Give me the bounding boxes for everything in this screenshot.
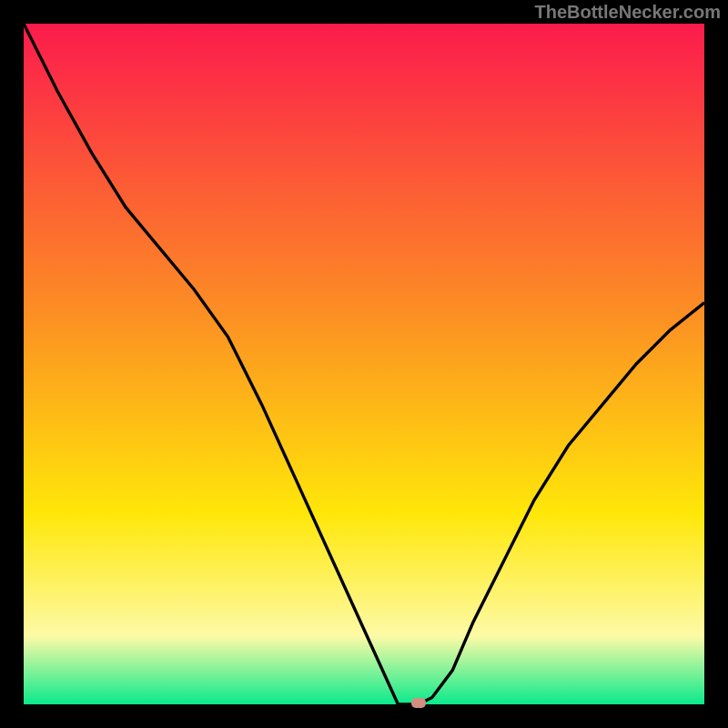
chart-frame	[24, 24, 704, 704]
attribution-text: TheBottleNecker.com	[534, 2, 721, 23]
optimum-marker	[411, 698, 426, 708]
bottleneck-chart	[24, 24, 704, 704]
chart-background	[24, 24, 704, 704]
